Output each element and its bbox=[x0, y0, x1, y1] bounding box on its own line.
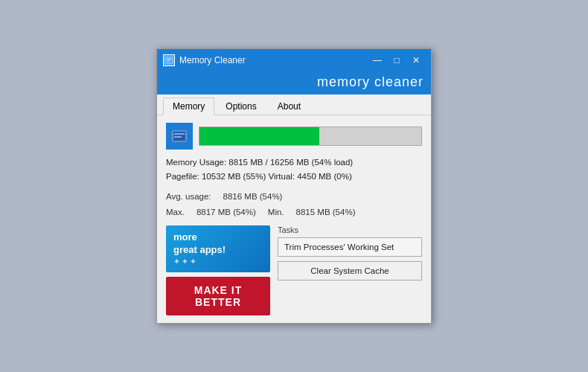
maximize-button[interactable]: □ bbox=[388, 53, 406, 68]
app-icon bbox=[163, 54, 175, 66]
min-label: Min. bbox=[268, 205, 284, 220]
tab-options[interactable]: Options bbox=[216, 97, 266, 115]
more-apps-banner[interactable]: more great apps! ✦ ✦ ✦ bbox=[166, 225, 270, 272]
avg-row: Avg. usage: 8816 MB (54%) bbox=[166, 189, 422, 205]
tab-memory[interactable]: Memory bbox=[163, 97, 214, 115]
pagefile-line: Pagefile: 10532 MB (55%) Virtual: 4450 M… bbox=[166, 170, 422, 185]
window-title: Memory Cleaner bbox=[179, 55, 368, 65]
title-bar: Memory Cleaner — □ ✕ bbox=[157, 49, 431, 71]
app-window: Memory Cleaner — □ ✕ memory cleaner Memo… bbox=[156, 48, 432, 324]
close-button[interactable]: ✕ bbox=[407, 53, 425, 68]
svg-rect-8 bbox=[186, 134, 188, 135]
memory-stats: Memory Usage: 8815 MB / 16256 MB (54% lo… bbox=[166, 155, 422, 185]
svg-rect-5 bbox=[174, 136, 182, 138]
max-value: 8817 MB (54%) bbox=[196, 205, 256, 220]
memory-progress-fill bbox=[199, 127, 319, 145]
window-controls: — □ ✕ bbox=[368, 53, 425, 68]
tasks-label: Tasks bbox=[278, 225, 422, 234]
tab-bar: Memory Options About bbox=[157, 94, 431, 115]
tasks-section: Tasks Trim Processes' Working Set Clear … bbox=[278, 225, 422, 315]
minimize-button[interactable]: — bbox=[368, 53, 386, 68]
ads-panel: more great apps! ✦ ✦ ✦ MAKE IT BETTER bbox=[166, 225, 270, 315]
make-it-better-button[interactable]: MAKE IT BETTER bbox=[166, 277, 270, 315]
avg-stats: Avg. usage: 8816 MB (54%) Max. 8817 MB (… bbox=[166, 189, 422, 219]
main-content: Memory Usage: 8815 MB / 16256 MB (54% lo… bbox=[157, 115, 431, 323]
max-label: Max. bbox=[166, 205, 185, 220]
svg-rect-1 bbox=[167, 59, 171, 60]
svg-rect-9 bbox=[186, 137, 188, 138]
ad-blue-line2: great apps! bbox=[173, 244, 263, 257]
memory-bar-row bbox=[166, 123, 422, 150]
app-header-banner: memory cleaner bbox=[157, 71, 431, 94]
trim-processes-button[interactable]: Trim Processes' Working Set bbox=[278, 237, 422, 257]
svg-rect-4 bbox=[174, 133, 185, 135]
ad-blue-line1: more bbox=[173, 231, 263, 244]
svg-rect-2 bbox=[167, 60, 170, 61]
bottom-section: more great apps! ✦ ✦ ✦ MAKE IT BETTER Ta… bbox=[166, 225, 422, 315]
svg-rect-0 bbox=[165, 57, 173, 63]
ad-stars: ✦ ✦ ✦ bbox=[173, 257, 263, 266]
memory-usage-line: Memory Usage: 8815 MB / 16256 MB (54% lo… bbox=[166, 155, 422, 170]
max-min-row: Max. 8817 MB (54%) Min. 8815 MB (54%) bbox=[166, 205, 422, 220]
avg-value: 8816 MB (54%) bbox=[223, 189, 283, 205]
header-title: memory cleaner bbox=[317, 74, 424, 89]
memory-progress-bar bbox=[199, 126, 422, 146]
svg-rect-6 bbox=[172, 134, 173, 135]
memory-icon bbox=[166, 123, 193, 150]
clear-cache-button[interactable]: Clear System Cache bbox=[278, 261, 422, 280]
avg-label: Avg. usage: bbox=[166, 189, 211, 205]
svg-rect-7 bbox=[172, 137, 173, 138]
min-value: 8815 MB (54%) bbox=[296, 205, 356, 220]
tab-about[interactable]: About bbox=[268, 97, 310, 115]
